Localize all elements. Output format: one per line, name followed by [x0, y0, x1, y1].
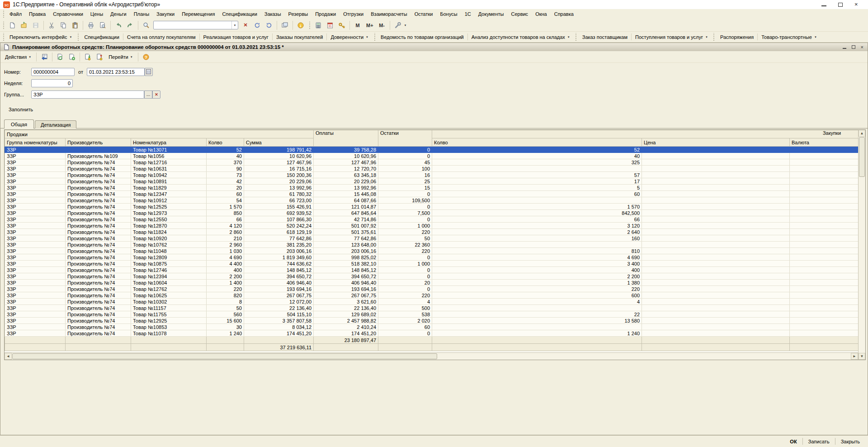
column-header[interactable]: Валюта — [790, 138, 858, 147]
cell[interactable]: ЗЗР — [5, 280, 66, 286]
cell[interactable]: Производитель №74 — [66, 280, 131, 286]
interface-button[interactable]: Ведомость по товарам организаций — [377, 33, 467, 42]
cell[interactable]: 25 — [378, 178, 432, 185]
cell[interactable]: Производитель №74 — [66, 223, 131, 229]
toolbar-grip[interactable] — [713, 33, 715, 41]
table-row[interactable]: ЗЗРПроизводитель №109Товар №10564010 620… — [5, 153, 859, 159]
table-row[interactable]: ЗЗРПроизводитель №74Товар №10625820267 0… — [5, 292, 859, 299]
cell[interactable]: Производитель №74 — [66, 311, 131, 318]
cell[interactable] — [642, 330, 790, 337]
cell[interactable]: 5 — [432, 185, 642, 191]
cell[interactable]: 45 — [378, 159, 432, 166]
cell[interactable]: 123 648,00 — [314, 242, 378, 248]
menu-item[interactable]: Деньги — [107, 10, 130, 19]
cell[interactable]: Производитель №74 — [66, 197, 131, 204]
cell[interactable]: 842,500 — [432, 210, 642, 216]
cell[interactable] — [642, 216, 790, 223]
table-row[interactable]: ЗЗРПроизводитель №74Товар №128704 120520… — [5, 223, 859, 229]
table-row[interactable]: ЗЗРПроизводитель №74Товар №107622 960381… — [5, 242, 859, 248]
ok-button[interactable]: ОК — [785, 437, 801, 446]
column-group-header[interactable]: Продажи — [5, 130, 314, 138]
cell[interactable]: 744 636,62 — [244, 261, 314, 267]
cell[interactable]: 42 714,86 — [314, 216, 378, 223]
cell[interactable]: Товар №10604 — [131, 280, 207, 286]
interface-button[interactable]: Заказ поставщикам — [579, 33, 631, 42]
cell[interactable]: 155 426,91 — [244, 204, 314, 210]
cell[interactable] — [642, 318, 790, 324]
menu-item[interactable]: Спецификации — [218, 10, 260, 19]
fill-button[interactable]: Заполнить — [6, 106, 36, 113]
cell[interactable]: ЗЗР — [5, 223, 66, 229]
cell[interactable]: 30 — [207, 324, 244, 330]
cell[interactable]: Производитель №74 — [66, 261, 131, 267]
cell[interactable]: Товар №11824 — [131, 229, 207, 235]
cell[interactable] — [790, 242, 858, 248]
minimize-button[interactable] — [821, 3, 826, 6]
cell[interactable]: 400 — [207, 267, 244, 273]
cell[interactable]: ЗЗР — [5, 330, 66, 337]
cell[interactable]: 20 — [378, 280, 432, 286]
settings-wrench-icon[interactable] — [392, 20, 403, 30]
copy-icon[interactable] — [58, 20, 69, 30]
cell[interactable]: ЗЗР — [5, 172, 66, 178]
menu-item[interactable]: Взаиморасчеты — [367, 10, 410, 19]
cell[interactable]: 394 650,72 — [244, 273, 314, 280]
cell[interactable]: 520 242,24 — [244, 223, 314, 229]
cell[interactable]: Производитель №109 — [66, 153, 131, 159]
cell[interactable]: 0 — [378, 147, 432, 153]
cell[interactable] — [790, 223, 858, 229]
cell[interactable]: ЗЗР — [5, 197, 66, 204]
cell[interactable]: Товар №10302 — [131, 299, 207, 305]
menu-item[interactable]: Справка — [551, 10, 577, 19]
cell[interactable]: 174 451,20 — [314, 330, 378, 337]
cell[interactable]: 16 — [378, 172, 432, 178]
table-row[interactable]: ЗЗРПроизводитель №74Товар №1092021077 64… — [5, 235, 859, 242]
cell[interactable]: Товар №11157 — [131, 305, 207, 311]
cell[interactable] — [790, 178, 858, 185]
cell[interactable]: 107 866,30 — [244, 216, 314, 223]
column-group-header[interactable]: Оплаты — [314, 130, 378, 147]
cell[interactable]: 15 — [378, 185, 432, 191]
cell[interactable]: 15 600 — [207, 318, 244, 324]
cell[interactable]: Производитель №74 — [66, 305, 131, 311]
toolbar-grip[interactable] — [2, 21, 5, 29]
cell[interactable]: ЗЗР — [5, 273, 66, 280]
cell[interactable]: ЗЗР — [5, 324, 66, 330]
cell[interactable]: 40 — [432, 153, 642, 159]
cell[interactable]: 42 — [207, 178, 244, 185]
cell[interactable] — [790, 267, 858, 273]
cell[interactable]: 1 400 — [207, 280, 244, 286]
cell[interactable]: 518 382,10 — [314, 261, 378, 267]
cell[interactable]: 20 229,06 — [314, 178, 378, 185]
cell[interactable]: Производитель №74 — [66, 318, 131, 324]
cell[interactable] — [642, 254, 790, 261]
menu-item[interactable]: Сервис — [507, 10, 532, 19]
cell[interactable]: Производитель №74 — [66, 273, 131, 280]
clear-search-icon[interactable]: ✕ — [240, 20, 251, 30]
cell[interactable]: 73 — [207, 172, 244, 178]
cell[interactable] — [642, 191, 790, 197]
cell[interactable]: 2 020 — [378, 318, 432, 324]
cell[interactable]: 618 129,19 — [244, 229, 314, 235]
table-row[interactable]: ЗЗРПроизводитель №74Товар №12716370127 4… — [5, 159, 859, 166]
cell[interactable]: Производитель №74 — [66, 242, 131, 248]
column-group-header[interactable]: Остатки — [378, 130, 432, 147]
cell[interactable]: ЗЗР — [5, 292, 66, 299]
cell[interactable]: 504 115,10 — [244, 311, 314, 318]
column-header[interactable]: Колво — [432, 138, 642, 147]
cell[interactable]: 57 — [432, 172, 642, 178]
cell[interactable] — [642, 261, 790, 267]
cell[interactable]: 160 — [432, 235, 642, 242]
cell[interactable] — [642, 292, 790, 299]
cell[interactable] — [790, 286, 858, 292]
cell[interactable]: 1 380 — [432, 280, 642, 286]
cell[interactable]: 150 200,36 — [244, 172, 314, 178]
cell[interactable]: 3 400 — [432, 261, 642, 267]
cell[interactable]: 8 — [207, 299, 244, 305]
menu-item[interactable]: Файл — [6, 10, 25, 19]
cell[interactable]: Товар №10912 — [131, 197, 207, 204]
interface-button[interactable]: Спецификации — [80, 33, 123, 42]
cell[interactable]: 1 240 — [432, 330, 642, 337]
table-row[interactable]: ЗЗРПроизводитель №74Товар №125251 570155… — [5, 204, 859, 210]
cell[interactable]: Производитель №74 — [66, 172, 131, 178]
